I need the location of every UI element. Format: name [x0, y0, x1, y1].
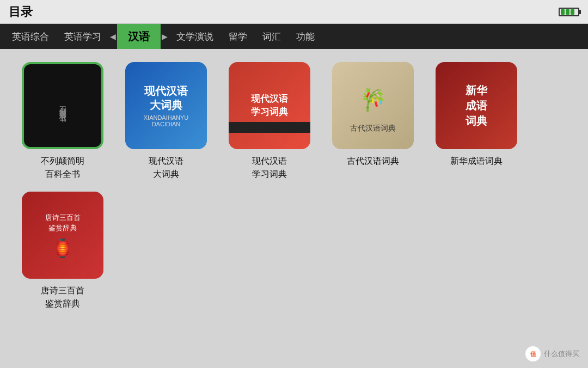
book-item-xinhua-chengyu[interactable]: 新华成语词典 新华成语词典 [436, 62, 517, 168]
tab-functions[interactable]: 功能 [289, 24, 322, 49]
ink-painting-icon: 🎋 [357, 78, 389, 121]
watermark-logo-text: 值 [530, 350, 536, 358]
book-item-modern-chinese-dict[interactable]: 现代汉语大词典 XIANDAIHANYUDACIDIAN 现代汉语大词典 [125, 62, 207, 181]
book-label-modern-chinese-dict: 现代汉语大词典 [149, 155, 183, 181]
watermark-site-text: 什么值得买 [544, 349, 579, 359]
book-label-xinhua-chengyu: 新华成语词典 [450, 155, 503, 168]
book-cover-subtitle-modern-chinese-dict: XIANDAIHANYUDACIDIAN [144, 114, 189, 127]
book-cover-modern-chinese-dict: 现代汉语大词典 XIANDAIHANYUDACIDIAN [125, 62, 207, 149]
battery-body [559, 8, 579, 16]
tab-literature[interactable]: 文学演说 [169, 24, 221, 49]
book-label-britannica: 不列颠简明百科全书 [41, 155, 84, 181]
battery-indicator [559, 8, 579, 16]
book-label-chinese-learning-dict: 现代汉语学习词典 [252, 155, 287, 181]
tab-english-comprehensive[interactable]: 英语综合 [4, 24, 57, 49]
book-item-tangshi[interactable]: 唐诗三百首鉴赏辞典 🏮 唐诗三百首鉴赏辞典 [22, 192, 103, 310]
book-label-tangshi: 唐诗三百首鉴赏辞典 [41, 284, 84, 310]
book-label-ancient-chinese-dict: 古代汉语词典 [347, 155, 399, 168]
right-arrow-icon: ▶ [162, 32, 168, 41]
title-bar: 目录 [0, 0, 588, 24]
books-row-2: 唐诗三百首鉴赏辞典 🏮 唐诗三百首鉴赏辞典 [22, 192, 566, 310]
book-cover-text-ancient-chinese-dict: 古代汉语词典 [350, 124, 396, 133]
book-cover-text-tangshi: 唐诗三百首鉴赏辞典 [45, 212, 81, 234]
book-cover-britannica: 不列颠简明百科全书 [22, 62, 103, 149]
book-item-chinese-learning-dict[interactable]: 现代汉语学习词典 现代汉语学习词典 [229, 62, 310, 181]
nav-tabs: 英语综合 英语学习 ◀ 汉语 ▶ 文学演说 留学 词汇 功能 [0, 24, 588, 49]
books-row-1: 不列颠简明百科全书 不列颠简明百科全书 现代汉语大词典 XIANDAIHANYU… [22, 62, 566, 181]
battery-bar-3 [571, 9, 574, 15]
page-title: 目录 [9, 4, 33, 20]
content-area: 不列颠简明百科全书 不列颠简明百科全书 现代汉语大词典 XIANDAIHANYU… [0, 49, 588, 368]
battery-bar-2 [566, 9, 569, 15]
book-cover-text-xinhua-chengyu: 新华成语词典 [465, 83, 487, 128]
book-cover-text-modern-chinese-dict: 现代汉语大词典 [144, 84, 188, 112]
book-cover-text-chinese-learning-dict: 现代汉语学习词典 [251, 93, 288, 119]
tab-chinese[interactable]: 汉语 [117, 24, 161, 49]
tab-study-abroad[interactable]: 留学 [221, 24, 255, 49]
book-cover-ancient-chinese-dict: 🎋 古代汉语词典 [332, 62, 414, 149]
book-cover-xinhua-chengyu: 新华成语词典 [436, 62, 517, 149]
book-cover-tangshi: 唐诗三百首鉴赏辞典 🏮 [22, 192, 103, 279]
tab-english-learning[interactable]: 英语学习 [57, 24, 109, 49]
watermark: 值 什么值得买 [525, 346, 579, 361]
tab-vocabulary[interactable]: 词汇 [255, 24, 289, 49]
watermark-logo: 值 [525, 346, 541, 361]
left-arrow-icon: ◀ [110, 32, 116, 41]
book-item-britannica[interactable]: 不列颠简明百科全书 不列颠简明百科全书 [22, 62, 103, 181]
book-cover-chinese-learning-dict: 现代汉语学习词典 [229, 62, 310, 149]
battery-bar-1 [561, 9, 565, 15]
book-item-ancient-chinese-dict[interactable]: 🎋 古代汉语词典 古代汉语词典 [332, 62, 414, 168]
screen: 目录 英语综合 英语学习 ◀ 汉语 ▶ 文学演说 留学 词汇 功能 不 [0, 0, 588, 368]
book-cover-text-britannica: 不列颠简明百科全书 [58, 101, 68, 111]
